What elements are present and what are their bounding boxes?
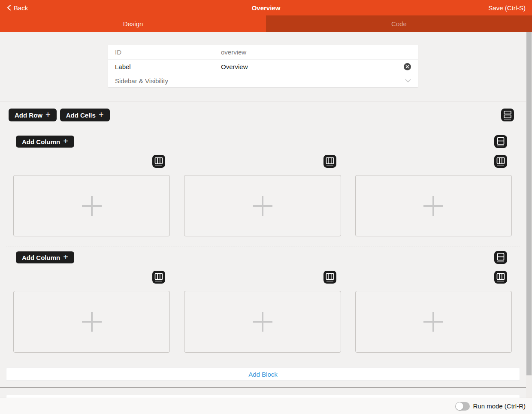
main-content: ID overview Label Overview Sidebar & Vis… [0,32,526,398]
clear-label-button[interactable] [404,63,411,70]
column-settings-button[interactable] [152,155,165,168]
empty-cell-dropzone[interactable] [184,175,341,236]
add-content-plus-icon [422,195,444,217]
column-settings-button[interactable] [323,271,336,284]
rows-layout-icon [503,110,512,120]
columns-icon [496,272,506,282]
add-cells-button[interactable]: Add Cells + [60,109,110,121]
columns-icon [154,156,164,166]
label-label: Label [115,63,221,70]
columns-icon [154,272,164,282]
column-settings-button[interactable] [323,155,336,168]
column-settings-button[interactable] [494,155,507,168]
sidebar-visibility-expander[interactable]: Sidebar & Visibility [108,74,418,87]
page-title: Overview [0,4,532,12]
plus-icon: + [63,137,68,145]
add-content-plus-icon [251,195,274,217]
vertical-scrollbar [526,32,532,398]
property-row-id: ID overview [108,45,418,60]
property-row-label: Label Overview [108,60,418,74]
add-content-plus-icon [81,311,103,333]
layout-designer: Add Row + Add Cells + Ad [0,102,526,388]
add-row-label: Add Row [15,112,42,119]
row-section: Add Column + [0,247,526,353]
empty-cell-dropzone[interactable] [184,291,341,353]
row-split-icon [496,136,505,147]
add-column-button[interactable]: Add Column + [16,136,74,148]
columns-icon [496,156,506,166]
add-column-label: Add Column [22,254,60,261]
run-mode-toggle[interactable] [455,402,470,411]
back-button[interactable]: Back [6,4,28,12]
row-settings-button[interactable] [494,251,507,264]
toggle-knob [456,402,463,410]
row-section: Add Column + [0,131,526,236]
plus-icon: + [45,110,51,119]
plus-icon: + [99,110,104,119]
plus-icon: + [63,253,68,261]
label-field[interactable]: Overview [221,63,404,70]
add-content-plus-icon [81,195,103,217]
run-mode-label: Run mode (Ctrl-R) [473,402,526,410]
save-button[interactable]: Save (Ctrl-S) [488,4,526,12]
add-column-button[interactable]: Add Column + [16,251,74,263]
tab-design[interactable]: Design [0,15,266,32]
empty-cell-dropzone[interactable] [355,291,512,353]
add-row-button[interactable]: Add Row + [9,109,57,121]
empty-cell-dropzone[interactable] [13,291,170,353]
properties-panel: ID overview Label Overview Sidebar & Vis… [108,45,418,87]
columns-icon [325,156,335,166]
add-masonry-button[interactable]: Add Masonry [6,395,520,398]
column-settings-button[interactable] [494,271,507,284]
scrollbar-thumb[interactable] [526,32,532,375]
sidebar-visibility-label: Sidebar & Visibility [115,77,405,85]
add-cells-label: Add Cells [66,112,96,119]
header-bar: Back Overview Save (Ctrl-S) [0,0,532,15]
designer-toolbar: Add Row + Add Cells + [0,102,526,121]
status-bar: Run mode (Ctrl-R) [0,398,532,414]
clear-x-icon [405,65,409,69]
rows-layout-button[interactable] [501,109,514,121]
add-block-button[interactable]: Add Block [6,368,520,381]
row-settings-button[interactable] [494,135,507,148]
tab-bar: Design Code [0,15,532,32]
row-split-icon [496,252,505,263]
column-settings-button[interactable] [152,271,165,284]
add-content-plus-icon [251,311,274,333]
id-label: ID [115,48,221,56]
back-chevron-icon [6,5,12,11]
back-label: Back [14,4,28,12]
columns-icon [325,272,335,282]
empty-cell-dropzone[interactable] [355,175,512,236]
empty-cell-dropzone[interactable] [13,175,170,236]
tab-code[interactable]: Code [266,15,532,32]
chevron-down-icon [405,79,411,83]
add-content-plus-icon [422,311,444,333]
id-field[interactable]: overview [221,48,411,56]
add-column-label: Add Column [22,138,60,145]
